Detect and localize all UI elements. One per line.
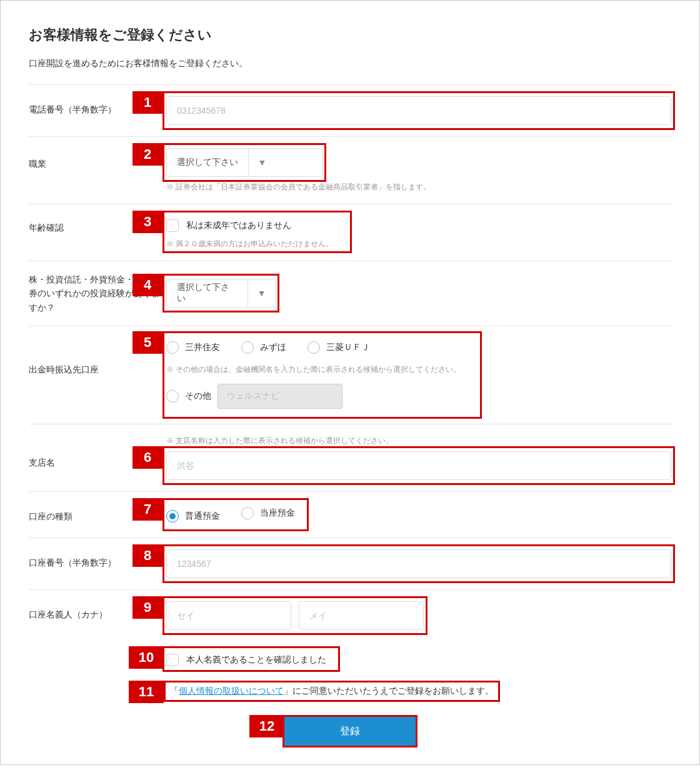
branch-input[interactable] <box>166 451 671 480</box>
bank-radio-smbc[interactable]: 三井住友 <box>166 341 220 354</box>
marker-5: 5 <box>132 331 162 354</box>
marker-1: 1 <box>132 91 162 114</box>
job-hint: ※ 証券会社は「日本証券業協会の会員である金融商品取引業者」を指します。 <box>166 182 671 192</box>
accno-input[interactable] <box>166 549 671 578</box>
marker-3: 3 <box>132 211 162 233</box>
phone-input[interactable] <box>166 96 671 125</box>
marker-12: 12 <box>249 715 284 738</box>
bank-radio-mufg[interactable]: 三菱ＵＦＪ <box>308 341 370 354</box>
holder-sei-input[interactable] <box>166 601 291 630</box>
chevron-down-icon: ▼ <box>248 149 276 176</box>
branch-hint: ※ 支店名称は入力した際に表示される候補から選択してください。 <box>166 436 671 446</box>
page-title: お客様情報をご登録ください <box>29 26 671 44</box>
privacy-link[interactable]: 個人情報の取扱いについて <box>179 686 284 696</box>
submit-button[interactable]: 登録 <box>284 717 416 746</box>
marker-2: 2 <box>132 143 162 166</box>
self-confirm-checkbox[interactable]: 本人名義であることを確認しました <box>166 650 326 666</box>
acctype-radio-checking[interactable]: 当座預金 <box>241 507 295 519</box>
bank-other-input: ウェルスナビ <box>218 384 342 409</box>
bank-radio-other[interactable]: その他 <box>166 390 211 402</box>
marker-7: 7 <box>132 498 162 521</box>
exp-select[interactable]: 選択して下さい ▼ <box>166 279 276 308</box>
lead-text: 口座開設を進めるためにお客様情報をご登録ください。 <box>29 58 671 69</box>
marker-9: 9 <box>132 596 162 619</box>
marker-4: 4 <box>132 274 162 296</box>
privacy-text: 「個人情報の取扱いについて」にご同意いただいたうえでご登録をお願いします。 <box>170 686 494 696</box>
bank-radio-mizuho[interactable]: みずほ <box>241 341 286 354</box>
marker-6: 6 <box>132 446 162 469</box>
age-hint: ※ 満２０歳未満の方はお申込みいただけません。 <box>166 239 333 249</box>
marker-8: 8 <box>132 544 162 567</box>
marker-11: 11 <box>129 681 164 703</box>
chevron-down-icon: ▼ <box>248 279 275 307</box>
marker-10: 10 <box>129 646 164 669</box>
job-select[interactable]: 選択して下さい ▼ <box>166 148 322 177</box>
bank-hint: ※ その他の場合は、金融機関名を入力した際に表示される候補から選択してください。 <box>166 364 461 375</box>
age-checkbox[interactable]: 私は未成年ではありません <box>166 216 291 232</box>
holder-mei-input[interactable] <box>299 601 424 630</box>
acctype-radio-savings[interactable]: 普通預金 <box>166 510 220 522</box>
